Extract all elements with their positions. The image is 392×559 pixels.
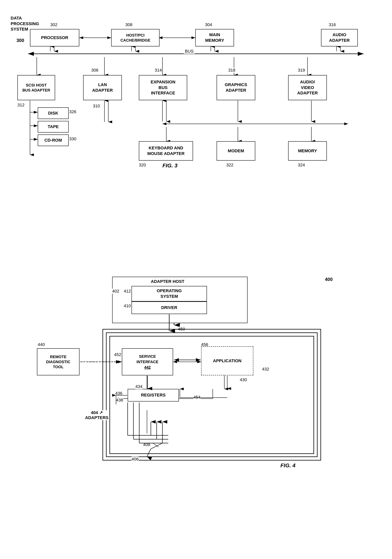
processor-number: 302 [50, 22, 57, 27]
lan-box: LAN ADAPTER [83, 75, 122, 100]
memory-box: MEMORY [288, 141, 327, 161]
expansion-box: EXPANSION BUS INTERFACE [139, 75, 187, 100]
driver-box: DRIVER [131, 301, 207, 314]
num-434: 434 [135, 384, 143, 389]
fig4-label: FIG. 4 [280, 462, 295, 469]
registers-number: 436 [115, 391, 122, 396]
disk-box: DISK [38, 107, 69, 119]
adapters-label: 404 ↗ADAPTERS [85, 410, 109, 420]
audio-adapter-box: AUDIO ADAPTER [321, 29, 358, 47]
fig3-label: FIG. 3 [163, 163, 178, 169]
modem-box: MODEM [217, 141, 255, 161]
cdrom-box: CD-ROM [38, 134, 69, 146]
num-454: 454 [193, 395, 201, 400]
graphics-number: 318 [228, 68, 235, 73]
num-452: 452 [114, 352, 121, 357]
operating-system-box: OPERATING SYSTEM [131, 286, 207, 301]
processor-box: PROCESSOR [30, 29, 79, 47]
scsi-box: SCSI HOST BUS ADAPTER [18, 75, 55, 100]
keyboard-number: 320 [139, 163, 146, 168]
bus-label: BUS [184, 49, 195, 54]
num-406: 406 [131, 457, 139, 462]
application-box: APPLICATION [201, 346, 253, 375]
num-432: 432 [262, 367, 269, 372]
system-number: 300 [17, 38, 24, 43]
os-number: 412 [124, 289, 131, 294]
registers-box: REGISTERS [128, 389, 179, 401]
memory-number: 324 [298, 163, 305, 168]
num-430: 430 [240, 377, 247, 382]
tape-box: TAPE [38, 121, 69, 132]
lan-310: 310 [93, 103, 100, 109]
remote-number: 440 [38, 342, 45, 347]
system4-number: 400 [325, 277, 333, 282]
remote-diagnostic-box: REMOTE DIAGNOSTIC TOOL [37, 348, 80, 375]
modem-number: 322 [226, 163, 233, 168]
audio-video-number: 319 [298, 68, 305, 73]
keyboard-box: KEYBOARD AND MOUSE ADAPTER [139, 141, 193, 161]
num-402: 402 [112, 289, 119, 294]
host-pci-number: 308 [125, 22, 132, 27]
driver-number: 410 [124, 303, 131, 308]
cdrom-number: 330 [69, 136, 76, 141]
expansion-number: 314 [155, 68, 162, 73]
lan-number: 306 [91, 68, 99, 73]
scsi-number: 312 [18, 102, 25, 108]
audio-adapter-number: 316 [329, 22, 336, 27]
disk-number: 326 [69, 109, 76, 114]
num-408: 408 [143, 442, 150, 447]
graphics-box: GRAPHICS ADAPTER [217, 75, 255, 100]
main-memory-number: 304 [205, 22, 212, 27]
main-memory-box: MAIN MEMORY [195, 29, 234, 47]
num-438: 438 [116, 398, 123, 403]
adapter-host-label: ADAPTER HOST [151, 279, 184, 284]
diagram-container: DATA PROCESSING SYSTEM 300 BUS PROCESSOR… [0, 0, 392, 559]
service-interface-box: SERVICEINTERFACE442 [122, 348, 173, 375]
host-pci-box: HOST/PCI CACHE/BRIDGE [111, 29, 160, 47]
audio-video-box: AUDIO/ VIDEO ADAPTER [288, 75, 327, 100]
